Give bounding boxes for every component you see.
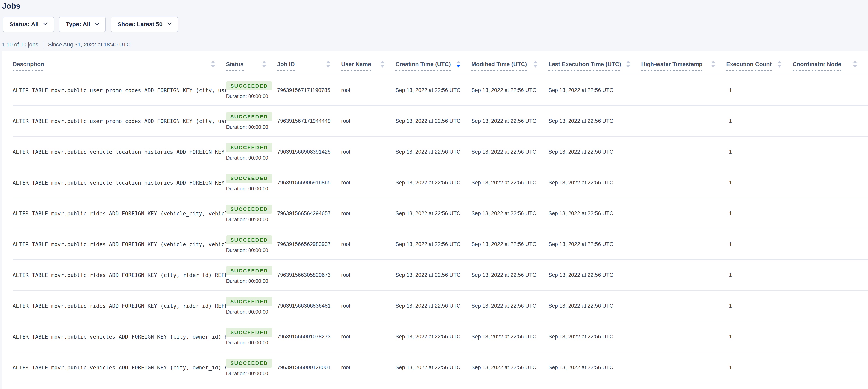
- job-status-cell: SUCCEEDED Duration: 00:00:00: [226, 260, 277, 290]
- job-description-link[interactable]: ALTER TABLE movr.public.vehicle_location…: [13, 136, 226, 167]
- job-description-link[interactable]: ALTER TABLE movr.public.rides ADD FOREIG…: [13, 290, 226, 321]
- creation-time-cell: Sep 13, 2022 at 22:56 UTC: [396, 106, 471, 136]
- status-badge: SUCCEEDED: [226, 297, 272, 306]
- user-name-cell: root: [341, 321, 396, 352]
- execution-count-cell: 1: [726, 352, 793, 383]
- job-description-link[interactable]: ALTER TABLE movr.public.user_promo_codes…: [13, 75, 226, 106]
- high-water-timestamp-cell: [641, 352, 726, 383]
- sort-up-arrow-icon: [262, 61, 266, 63]
- sort-down-arrow-icon: [777, 65, 782, 68]
- coordinator-node-cell: [793, 321, 868, 352]
- job-id-cell: 796391566908391425: [277, 136, 341, 167]
- column-header-job_id[interactable]: Job ID: [277, 51, 341, 75]
- job-description-link[interactable]: ALTER TABLE movr.public.user_promo_codes…: [13, 106, 226, 136]
- filter-dropdown-2[interactable]: Show: Latest 50: [111, 17, 178, 32]
- filter-bar: Status: All Type: All Show: Latest 50: [3, 17, 868, 32]
- table-row[interactable]: ALTER TABLE movr.public.vehicle_location…: [13, 136, 868, 167]
- chevron-down-icon: [95, 20, 99, 25]
- table-row[interactable]: ALTER TABLE movr.public.user_promo_codes…: [13, 75, 868, 106]
- job-duration: Duration: 00:00:00: [226, 309, 268, 315]
- table-row[interactable]: ALTER TABLE movr.public.rides ADD FOREIG…: [13, 290, 868, 321]
- job-description-link[interactable]: ALTER TABLE movr.public.vehicles ADD FOR…: [13, 352, 226, 383]
- execution-count-cell: 1: [726, 167, 793, 198]
- user-name-cell: root: [341, 260, 396, 290]
- job-duration: Duration: 00:00:00: [226, 93, 268, 99]
- job-description-link[interactable]: ALTER TABLE movr.public.rides ADD FOREIG…: [13, 229, 226, 260]
- job-status-cell: SUCCEEDED Duration: 00:00:00: [226, 198, 277, 229]
- results-summary: 1-10 of 10 jobs Since Aug 31, 2022 at 18…: [2, 41, 868, 48]
- sort-down-arrow-icon: [326, 65, 330, 68]
- sort-icon: [326, 61, 330, 71]
- execution-count-cell: 1: [726, 198, 793, 229]
- job-duration: Duration: 00:00:00: [226, 247, 268, 253]
- user-name-cell: root: [341, 106, 396, 136]
- creation-time-cell: Sep 13, 2022 at 22:56 UTC: [396, 352, 471, 383]
- column-header-status[interactable]: Status: [226, 51, 277, 75]
- modified-time-cell: Sep 13, 2022 at 22:56 UTC: [471, 198, 548, 229]
- column-header-high_water[interactable]: High-water Timestamp: [641, 51, 726, 75]
- table-row[interactable]: ALTER TABLE movr.public.user_promo_codes…: [13, 106, 868, 136]
- filter-dropdown-0[interactable]: Status: All: [3, 17, 54, 32]
- table-row[interactable]: ALTER TABLE movr.public.vehicles ADD FOR…: [13, 321, 868, 352]
- table-row[interactable]: ALTER TABLE movr.public.rides ADD FOREIG…: [13, 198, 868, 229]
- sort-icon: [456, 61, 461, 71]
- job-duration: Duration: 00:00:00: [226, 155, 268, 161]
- sort-down-arrow-icon: [533, 65, 537, 68]
- chevron-down-icon: [167, 20, 172, 25]
- status-badge: SUCCEEDED: [226, 204, 272, 214]
- job-description-link[interactable]: ALTER TABLE movr.public.vehicles ADD FOR…: [13, 321, 226, 352]
- job-description-link[interactable]: ALTER TABLE movr.public.vehicle_location…: [13, 167, 226, 198]
- column-header-modified[interactable]: Modified Time (UTC): [471, 51, 548, 75]
- job-duration: Duration: 00:00:00: [226, 278, 268, 284]
- column-header-label: Execution Count: [726, 61, 772, 71]
- chevron-down-icon: [43, 20, 48, 25]
- column-header-description[interactable]: Description: [13, 51, 226, 75]
- since-text: Since Aug 31, 2022 at 18:40 UTC: [48, 41, 130, 48]
- last-execution-time-cell: Sep 13, 2022 at 22:56 UTC: [548, 290, 641, 321]
- table-row[interactable]: ALTER TABLE movr.public.rides ADD FOREIG…: [13, 229, 868, 260]
- coordinator-node-cell: [793, 260, 868, 290]
- sort-down-arrow-icon: [380, 65, 384, 68]
- high-water-timestamp-cell: [641, 136, 726, 167]
- column-header-created[interactable]: Creation Time (UTC): [396, 51, 471, 75]
- table-body: ALTER TABLE movr.public.user_promo_codes…: [13, 75, 868, 383]
- last-execution-time-cell: Sep 13, 2022 at 22:56 UTC: [548, 352, 641, 383]
- job-description-link[interactable]: ALTER TABLE movr.public.rides ADD FOREIG…: [13, 198, 226, 229]
- job-status-cell: SUCCEEDED Duration: 00:00:00: [226, 290, 277, 321]
- column-header-label: Job ID: [277, 61, 295, 71]
- table-row[interactable]: ALTER TABLE movr.public.vehicles ADD FOR…: [13, 352, 868, 383]
- jobs-table: Description Status Job ID User Name: [13, 51, 868, 383]
- high-water-timestamp-cell: [641, 198, 726, 229]
- column-header-last_execution[interactable]: Last Execution Time (UTC): [548, 51, 641, 75]
- user-name-cell: root: [341, 75, 396, 106]
- job-id-cell: 796391567171190785: [277, 75, 341, 106]
- column-header-user[interactable]: User Name: [341, 51, 396, 75]
- column-header-coordinator[interactable]: Coordinator Node: [793, 51, 868, 75]
- sort-up-arrow-icon: [853, 61, 857, 63]
- last-execution-time-cell: Sep 13, 2022 at 22:56 UTC: [548, 167, 641, 198]
- creation-time-cell: Sep 13, 2022 at 22:56 UTC: [396, 321, 471, 352]
- modified-time-cell: Sep 13, 2022 at 22:56 UTC: [471, 260, 548, 290]
- filter-dropdown-1[interactable]: Type: All: [59, 17, 105, 32]
- coordinator-node-cell: [793, 198, 868, 229]
- last-execution-time-cell: Sep 13, 2022 at 22:56 UTC: [548, 106, 641, 136]
- job-duration: Duration: 00:00:00: [226, 217, 268, 223]
- job-duration: Duration: 00:00:00: [226, 339, 268, 346]
- coordinator-node-cell: [793, 290, 868, 321]
- high-water-timestamp-cell: [641, 167, 726, 198]
- sort-icon: [711, 61, 715, 71]
- sort-icon: [626, 61, 630, 71]
- sort-up-arrow-icon: [456, 61, 461, 63]
- creation-time-cell: Sep 13, 2022 at 22:56 UTC: [396, 229, 471, 260]
- sort-up-arrow-icon: [326, 61, 330, 63]
- column-header-execution_count[interactable]: Execution Count: [726, 51, 793, 75]
- job-status-cell: SUCCEEDED Duration: 00:00:00: [226, 229, 277, 260]
- sort-down-arrow-icon: [626, 65, 630, 68]
- job-duration: Duration: 00:00:00: [226, 370, 268, 377]
- table-row[interactable]: ALTER TABLE movr.public.vehicle_location…: [13, 167, 868, 198]
- last-execution-time-cell: Sep 13, 2022 at 22:56 UTC: [548, 321, 641, 352]
- table-row[interactable]: ALTER TABLE movr.public.rides ADD FOREIG…: [13, 260, 868, 290]
- table-header-row: Description Status Job ID User Name: [13, 51, 868, 75]
- creation-time-cell: Sep 13, 2022 at 22:56 UTC: [396, 167, 471, 198]
- job-description-link[interactable]: ALTER TABLE movr.public.rides ADD FOREIG…: [13, 260, 226, 290]
